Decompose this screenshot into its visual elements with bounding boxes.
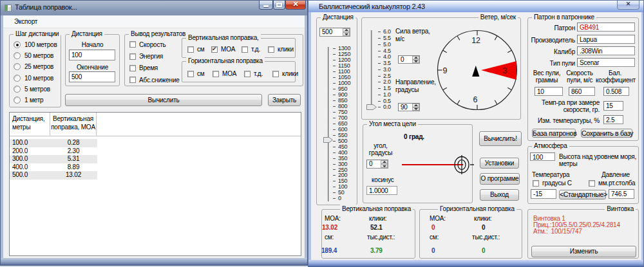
calculate-table-button[interactable]: Вычислить: [65, 94, 262, 106]
radio-icon[interactable]: [14, 75, 21, 82]
vertical-unit-row[interactable]: см: [187, 46, 211, 53]
distance-slider-track[interactable]: [328, 47, 329, 201]
ballistic-coef-field[interactable]: 0.508: [603, 87, 629, 96]
maximize-button[interactable]: [273, 1, 285, 10]
checkbox-icon[interactable]: [244, 71, 251, 77]
vertical-unit-row[interactable]: т.д.: [242, 46, 268, 53]
spin-down-icon[interactable]: [381, 164, 388, 168]
manufacturer-field[interactable]: Lapua: [577, 35, 635, 44]
exit-button[interactable]: Выход: [480, 189, 519, 201]
horizontal-unit-row[interactable]: клики: [272, 70, 305, 77]
wind-slider-track[interactable]: [371, 30, 372, 107]
temp-change-field[interactable]: 2.5: [603, 115, 623, 124]
radio-icon[interactable]: [14, 52, 21, 59]
tick-dash-icon: [378, 107, 381, 107]
checkbox-icon[interactable]: [268, 46, 274, 53]
angle-label: угол,: [365, 142, 396, 149]
save-to-base-button[interactable]: Сохранить в базу: [581, 129, 632, 138]
bullet-type-field[interactable]: Scenar: [577, 58, 635, 67]
settings-button[interactable]: Установки: [480, 158, 519, 169]
range-end-field[interactable]: 500: [69, 71, 115, 82]
wind-direction-spinbox[interactable]: 90: [398, 103, 420, 111]
window-bottom-border-left: [1, 258, 307, 265]
output-checkbox-row[interactable]: Энергия: [129, 50, 180, 62]
temp-at-measure-field[interactable]: 15: [603, 101, 623, 111]
spin-down-icon[interactable]: [412, 107, 419, 111]
checkbox-icon[interactable]: [242, 46, 248, 53]
close-button-right[interactable]: ✕: [617, 1, 639, 10]
temp-change-label: Изм. температуры, %: [529, 117, 600, 124]
spin-down-icon[interactable]: [412, 60, 419, 64]
close-button-left[interactable]: ✕: [285, 1, 306, 10]
checkbox-icon[interactable]: [129, 65, 136, 71]
range-start-field[interactable]: 100: [69, 50, 115, 60]
distance-slider-thumb[interactable]: [323, 137, 333, 143]
output-checkbox-row[interactable]: Абс.снижение: [129, 74, 180, 86]
vertical-unit-row[interactable]: клики: [268, 46, 300, 53]
change-rifle-button[interactable]: Изменить: [531, 246, 636, 257]
calculate-button[interactable]: Вычислить!: [479, 131, 522, 146]
horizontal-unit-row[interactable]: MOA: [213, 70, 244, 77]
about-button[interactable]: О программе: [480, 173, 520, 185]
window-title-right: Баллистический калькулятор 2.43: [319, 3, 425, 10]
temperature-field[interactable]: -15: [531, 189, 556, 199]
wind-slider-thumb[interactable]: [366, 104, 377, 110]
window-ballistic-calculator: Баллистический калькулятор 2.43 ✕ Дистан…: [308, 0, 644, 267]
checkbox-icon[interactable]: [187, 46, 194, 53]
step-radio-row[interactable]: 1 метр: [14, 95, 57, 106]
menu-export[interactable]: Экспорт: [11, 15, 41, 28]
wind-force-spinbox[interactable]: 0: [398, 55, 420, 64]
radio-icon[interactable]: [14, 63, 21, 70]
checkbox-icon[interactable]: [187, 71, 194, 77]
horizontal-unit-row[interactable]: см: [187, 70, 213, 77]
caliber-field[interactable]: .308Win: [577, 46, 635, 55]
radio-icon[interactable]: [14, 41, 21, 48]
table-row[interactable]: 100.00.28: [10, 139, 301, 147]
checkbox-icon[interactable]: [211, 46, 218, 53]
standard-button[interactable]: <Стандартные>: [559, 190, 606, 199]
step-radio-row[interactable]: 5 метров: [14, 84, 57, 95]
step-radio-row[interactable]: 25 метров: [14, 61, 57, 72]
step-radio-row[interactable]: 100 метров: [14, 39, 57, 50]
checkbox-icon[interactable]: [213, 71, 219, 77]
distance-spinbox[interactable]: 500: [319, 28, 350, 37]
output-checkbox-row[interactable]: Время: [129, 62, 180, 74]
radio-icon[interactable]: [14, 86, 21, 93]
bullet-speed-field[interactable]: 860: [569, 87, 595, 96]
cosine-field[interactable]: 1.0000: [366, 186, 397, 195]
horizontal-unit-row[interactable]: т.д.: [244, 70, 272, 77]
altitude-field[interactable]: 100: [530, 152, 555, 161]
minimize-button[interactable]: [259, 1, 273, 10]
pressure-field[interactable]: 746.5: [609, 189, 634, 199]
table-header-correction[interactable]: Вертикальная поправка, MOA: [50, 113, 97, 136]
spin-down-icon[interactable]: [343, 32, 350, 36]
mmhg-checkbox-row[interactable]: мм.рт.столба: [589, 180, 635, 187]
ballistic-coef-label: Бал.: [596, 69, 634, 77]
output-checkbox-row[interactable]: Скорость: [129, 39, 180, 50]
table-row[interactable]: 500.013.02: [10, 171, 301, 180]
group-target-angle-label: Угол места цели: [367, 120, 418, 129]
table-row[interactable]: 300.05.31: [10, 155, 301, 163]
angle-spinbox[interactable]: 0: [366, 160, 388, 169]
mmhg-checkbox[interactable]: [589, 180, 595, 187]
wind-direction-dial[interactable]: 12 3 6 9: [435, 28, 519, 112]
step-radio-row[interactable]: 50 метров: [14, 50, 57, 61]
celsius-checkbox[interactable]: [533, 180, 539, 187]
checkbox-icon[interactable]: [272, 71, 279, 77]
radio-icon[interactable]: [14, 97, 21, 104]
checkbox-icon[interactable]: [129, 53, 136, 60]
step-radio-row[interactable]: 10 метров: [14, 73, 57, 84]
cartridge-field[interactable]: GB491: [577, 23, 635, 32]
table-row[interactable]: 200.02.30: [10, 147, 301, 156]
checkbox-icon[interactable]: [129, 77, 136, 83]
vertical-unit-row[interactable]: MOA: [211, 46, 242, 53]
checkbox-icon[interactable]: [129, 41, 136, 48]
group-vertical-units-label: Вертикальная поправка,: [186, 33, 261, 42]
celsius-checkbox-row[interactable]: градусы С: [533, 180, 572, 187]
table-header-distance[interactable]: Дистанция, метры: [10, 113, 50, 136]
close-table-button[interactable]: Закрыть: [268, 94, 301, 106]
table-row[interactable]: 400.08.89: [10, 163, 301, 172]
titlebar-right[interactable]: Баллистический калькулятор 2.43: [308, 1, 643, 12]
bullet-weight-field[interactable]: 10: [535, 87, 563, 96]
cartridge-base-button[interactable]: База патронов: [532, 129, 576, 138]
